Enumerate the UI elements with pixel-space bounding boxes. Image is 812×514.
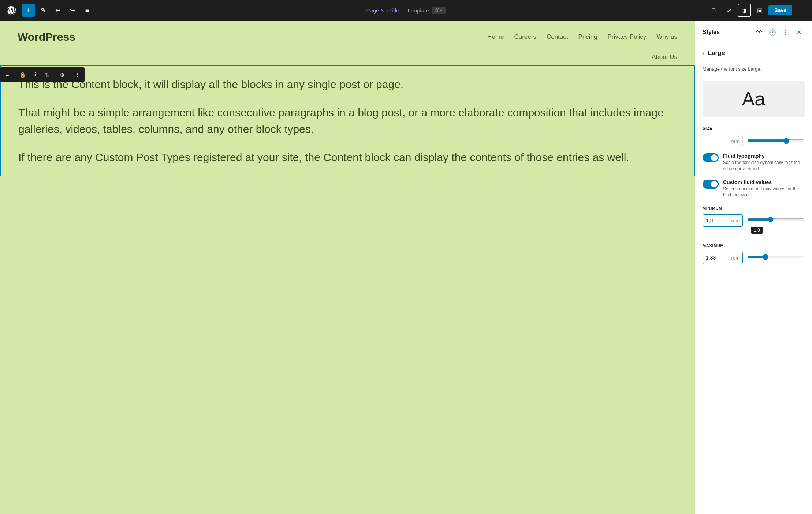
content-paragraph-2: That might be a simple arrangement like … bbox=[18, 104, 677, 137]
minimum-input[interactable] bbox=[703, 215, 729, 226]
nav-item-aboutus[interactable]: About Us bbox=[652, 53, 677, 61]
panel-more-button[interactable]: ⋮ bbox=[780, 26, 791, 38]
more-options-button[interactable]: ⋮ bbox=[794, 4, 808, 17]
size-unit: rem bbox=[729, 135, 742, 147]
maximum-unit: rem bbox=[729, 252, 742, 264]
maximum-input-wrap: rem bbox=[703, 252, 743, 264]
undo-icon: ↩ bbox=[55, 6, 61, 14]
sidebar-toggle-button[interactable]: ▣ bbox=[753, 4, 766, 17]
sidebar-icon: ▣ bbox=[757, 7, 763, 14]
nav-item-careers[interactable]: Careers bbox=[514, 33, 536, 41]
nav-item-whyus[interactable]: Why us bbox=[656, 33, 677, 41]
history-icon: 🕐 bbox=[769, 29, 776, 36]
more-icon: ⋮ bbox=[798, 7, 804, 14]
minimum-unit: rem bbox=[729, 215, 742, 226]
toolbar-center: Page No Title · Template ⌘K bbox=[366, 7, 446, 14]
fluid-typography-label: Fluid typography bbox=[723, 153, 805, 159]
save-button[interactable]: Save bbox=[768, 5, 792, 15]
block-center-button[interactable]: ⊕ bbox=[56, 69, 68, 81]
panel-close-button[interactable]: ✕ bbox=[793, 26, 805, 38]
styles-panel: Styles 👁 🕐 ⋮ ✕ ‹ Large bbox=[695, 21, 812, 514]
panel-title: Styles bbox=[703, 29, 720, 36]
size-row: rem bbox=[695, 133, 812, 149]
minimum-row: rem 1.8 bbox=[695, 212, 812, 229]
canvas-area: ≡ 🔒 ⠿ ⇅ ⊕ ⋮ WordPress bbox=[0, 21, 695, 514]
main-area: ≡ 🔒 ⠿ ⇅ ⊕ ⋮ WordPress bbox=[0, 21, 812, 514]
back-icon: ‹ bbox=[703, 49, 705, 57]
toolbar-divider-3 bbox=[70, 70, 70, 79]
panel-subtitle: Large bbox=[708, 49, 725, 57]
site-logo: WordPress bbox=[18, 31, 75, 43]
toolbar-right: □ ⤢ ◑ ▣ Save ⋮ bbox=[707, 4, 808, 17]
block-more-icon: ⋮ bbox=[75, 72, 80, 78]
align-left-icon: ≡ bbox=[6, 72, 9, 78]
page-title[interactable]: Page No Title bbox=[366, 7, 399, 14]
content-text: This is the Content block, it will displ… bbox=[18, 76, 677, 165]
nav-item-contact[interactable]: Contact bbox=[547, 33, 568, 41]
fluid-typography-toggle[interactable] bbox=[703, 153, 719, 162]
undo-button[interactable]: ↩ bbox=[51, 4, 64, 17]
custom-fluid-label-wrap: Custom fluid values Set custom min and m… bbox=[723, 179, 805, 198]
panel-description: Manage the font size Large. bbox=[695, 62, 812, 76]
fluid-typography-label-wrap: Fluid typography Scale the font size dyn… bbox=[723, 153, 805, 172]
minimum-input-wrap: rem bbox=[703, 214, 743, 227]
nav-item-home[interactable]: Home bbox=[487, 33, 504, 41]
minimum-label: MINIMUM bbox=[695, 202, 812, 212]
shortcut-label: ⌘K bbox=[432, 7, 446, 14]
list-view-button[interactable]: ≡ bbox=[81, 4, 94, 17]
list-view-icon: ≡ bbox=[85, 7, 89, 14]
fullscreen-button[interactable]: ⤢ bbox=[722, 4, 735, 17]
dark-mode-button[interactable]: ◑ bbox=[738, 4, 751, 17]
block-toolbar: ≡ 🔒 ⠿ ⇅ ⊕ ⋮ bbox=[0, 67, 85, 82]
content-paragraph-1: This is the Content block, it will displ… bbox=[18, 76, 677, 93]
nav-item-privacy[interactable]: Privacy Policy bbox=[608, 33, 647, 41]
dark-mode-icon: ◑ bbox=[742, 7, 747, 14]
toolbar-divider-2 bbox=[55, 70, 55, 79]
minimum-tooltip: 1.8 bbox=[751, 227, 763, 234]
minimum-slider-wrap: 1.8 bbox=[747, 217, 805, 224]
content-block[interactable]: This is the Content block, it will displ… bbox=[0, 65, 695, 176]
fluid-typography-desc: Scale the font size dynamically to fit t… bbox=[723, 160, 805, 172]
block-more-button[interactable]: ⋮ bbox=[71, 69, 83, 81]
panel-more-icon: ⋮ bbox=[783, 29, 789, 36]
edit-button[interactable]: ✎ bbox=[37, 4, 50, 17]
top-toolbar: + ✎ ↩ ↪ ≡ Page No Title · Template ⌘K □ … bbox=[0, 0, 812, 21]
maximum-input[interactable] bbox=[703, 252, 729, 264]
custom-fluid-row: Custom fluid values Set custom min and m… bbox=[695, 176, 812, 202]
custom-fluid-label: Custom fluid values bbox=[723, 179, 805, 185]
maximum-slider[interactable] bbox=[747, 254, 805, 260]
custom-fluid-toggle[interactable] bbox=[703, 180, 719, 189]
panel-history-button[interactable]: 🕐 bbox=[767, 26, 778, 38]
redo-icon: ↪ bbox=[70, 6, 75, 14]
block-align-left-button[interactable]: ≡ bbox=[1, 69, 13, 81]
font-preview: Aa bbox=[703, 81, 805, 117]
panel-preview-button[interactable]: 👁 bbox=[753, 26, 765, 38]
fullscreen-icon: ⤢ bbox=[727, 7, 731, 14]
close-icon: ✕ bbox=[797, 29, 801, 36]
maximum-slider-wrap bbox=[747, 254, 805, 261]
custom-fluid-desc: Set custom min and max values for the fl… bbox=[723, 186, 805, 198]
panel-header-actions: 👁 🕐 ⋮ ✕ bbox=[753, 26, 805, 38]
wp-logo[interactable] bbox=[4, 3, 19, 18]
center-icon: ⊕ bbox=[60, 72, 64, 78]
fluid-toggle-slider bbox=[703, 153, 719, 162]
site-header: WordPress Home Careers Contact Pricing P… bbox=[0, 21, 695, 53]
block-lock-button[interactable]: 🔒 bbox=[16, 69, 28, 81]
maximum-label: MAXIMUM bbox=[695, 239, 812, 249]
site-nav-second: About Us bbox=[0, 53, 695, 65]
add-block-button[interactable]: + bbox=[22, 4, 35, 17]
block-move-button[interactable]: ⇅ bbox=[41, 69, 53, 81]
block-drag-button[interactable]: ⠿ bbox=[29, 69, 41, 81]
minimum-slider[interactable] bbox=[747, 217, 805, 223]
view-icon: □ bbox=[712, 7, 715, 14]
size-slider[interactable] bbox=[747, 138, 805, 144]
panel-header: Styles 👁 🕐 ⋮ ✕ bbox=[695, 21, 812, 44]
back-button[interactable]: ‹ bbox=[703, 49, 705, 57]
nav-item-pricing[interactable]: Pricing bbox=[578, 33, 597, 41]
view-button[interactable]: □ bbox=[707, 4, 720, 17]
edit-icon: ✎ bbox=[41, 6, 46, 14]
size-input[interactable] bbox=[703, 135, 729, 147]
redo-button[interactable]: ↪ bbox=[66, 4, 79, 17]
template-label: Template bbox=[407, 7, 429, 14]
panel-subheader: ‹ Large bbox=[695, 44, 812, 62]
